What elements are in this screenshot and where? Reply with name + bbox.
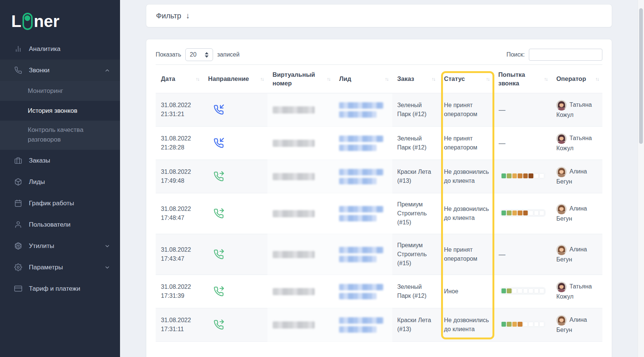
redacted-lead-line	[339, 284, 383, 290]
no-attempts-dash: —	[499, 106, 506, 114]
sort-icon: ↑↓	[595, 75, 599, 83]
lead-cell	[334, 136, 392, 151]
outgoing-call-icon	[213, 320, 264, 330]
lead-cell	[334, 247, 392, 262]
sidebar-item-billing[interactable]: Тариф и платежи	[0, 278, 120, 299]
call-attempt-cell: —	[493, 105, 551, 115]
order-cell: Зеленый Парк (#12)	[392, 282, 439, 300]
operator-cell: Алина Бегун	[551, 315, 602, 335]
redacted-virtual-number	[273, 321, 315, 329]
sidebar-item-monitoring[interactable]: Мониторинг	[0, 81, 120, 101]
column-header-operator[interactable]: Оператор↑↓	[551, 75, 602, 83]
sort-icon: ↑↓	[432, 75, 435, 83]
outgoing-call-icon	[213, 249, 264, 260]
filter-panel-toggle[interactable]: Фильтр ↓	[146, 4, 612, 27]
table-row[interactable]: 31.08.202217:31:11 Краски Лета (#13) Не …	[156, 308, 602, 342]
virtual-number-cell	[267, 251, 334, 258]
sidebar-item-call-history[interactable]: История звонков	[0, 101, 120, 121]
operator-avatar	[556, 167, 567, 177]
lead-cell	[334, 102, 392, 118]
column-header-lead[interactable]: Лид↑↓	[334, 75, 392, 83]
column-header-direction[interactable]: Направление↑↓	[203, 75, 267, 83]
redacted-lead-line	[339, 169, 383, 175]
order-cell: Зеленый Парк (#12)	[392, 134, 439, 152]
chevron-down-icon	[104, 264, 110, 270]
table-row[interactable]: 31.08.202217:43:47 Премиум Строитель (#1…	[156, 234, 602, 275]
table-row[interactable]: 31.08.202221:28:28 Зеленый Парк (#12) Не…	[156, 127, 602, 160]
incoming-call-icon	[213, 105, 264, 115]
call-attempt-cell	[493, 320, 551, 329]
status-cell: Не принят оператором	[439, 134, 493, 152]
page-scrollbar	[638, 0, 644, 357]
no-attempts-dash: —	[499, 251, 506, 258]
incoming-call-icon	[213, 138, 264, 148]
operator-cell: Алина Бегун	[551, 167, 602, 186]
status-cell: Не дозвонились до клиента	[439, 316, 493, 334]
table-controls: Показать 20 записей Поиск:	[146, 39, 612, 61]
table-header: Дата↑↓ Направление↑↓ Виртуальный номер↑↓…	[156, 65, 602, 93]
records-label: записей	[217, 51, 240, 58]
call-attempts-meter	[500, 287, 546, 295]
sidebar-item-calls[interactable]: Звонки	[0, 60, 120, 81]
sort-icon: ↑↓	[486, 75, 489, 83]
status-cell: Не дозвонились до клиента	[439, 167, 493, 185]
redacted-lead-line	[339, 136, 383, 142]
no-attempts-dash: —	[499, 139, 506, 147]
redacted-lead-line	[339, 256, 377, 262]
virtual-number-cell	[267, 106, 334, 114]
credit-card-icon	[14, 285, 23, 293]
redacted-lead-line	[339, 111, 377, 118]
operator-avatar	[556, 282, 567, 292]
call-direction-cell	[203, 105, 267, 115]
scrollbar-thumb[interactable]	[639, 8, 643, 144]
operator-cell: Алина Бегун	[551, 204, 602, 223]
redacted-lead-line	[339, 293, 377, 299]
redacted-virtual-number	[273, 173, 315, 180]
redacted-virtual-number	[273, 288, 315, 295]
column-header-status[interactable]: Статус↑↓	[439, 75, 493, 83]
call-history-card: Показать 20 записей Поиск: Дата↑↓ Направ…	[146, 39, 612, 357]
sort-icon: ↑↓	[544, 75, 547, 83]
sidebar-item-schedule[interactable]: График работы	[0, 193, 120, 214]
call-direction-cell	[203, 320, 267, 330]
column-header-date[interactable]: Дата↑↓	[156, 75, 203, 83]
order-cell: Зеленый Парк (#12)	[392, 101, 439, 119]
page-size-select[interactable]: 20	[185, 48, 213, 61]
call-attempt-cell: —	[493, 250, 551, 259]
table-row[interactable]: 31.08.202217:49:48 Краски Лета (#13) Не …	[156, 160, 602, 193]
column-header-order[interactable]: Заказ↑↓	[392, 75, 439, 83]
call-direction-cell	[203, 249, 267, 260]
table-row[interactable]: 31.08.202217:48:47 Премиум Строитель (#1…	[156, 193, 602, 234]
operator-avatar	[556, 100, 567, 111]
column-header-virtual-number[interactable]: Виртуальный номер↑↓	[267, 70, 334, 88]
operator-cell: Алина Бегун	[551, 245, 602, 264]
call-attempt-cell: —	[493, 139, 551, 148]
sidebar-item-quality-control[interactable]: Контроль качества разговоров	[0, 121, 120, 150]
order-cell: Премиум Строитель (#15)	[392, 200, 439, 227]
column-header-call-attempt[interactable]: Попытка звонка↑↓	[493, 70, 551, 88]
sidebar-item-analytics[interactable]: Аналитика	[0, 38, 120, 60]
sidebar-item-utilities[interactable]: Утилиты	[0, 235, 120, 257]
virtual-number-cell	[267, 140, 334, 147]
arrow-down-icon: ↓	[186, 11, 190, 20]
search-label: Поиск:	[506, 51, 525, 58]
operator-avatar	[556, 204, 567, 214]
sidebar: L ner Аналитика Звонки Мониторинг Истори…	[0, 0, 120, 357]
call-date-cell: 31.08.202217:31:39	[156, 282, 203, 300]
sidebar-item-users[interactable]: Пользователи	[0, 214, 120, 235]
call-date-cell: 31.08.202221:28:28	[156, 134, 203, 152]
table-row[interactable]: 31.08.202217:31:39 Зеленый Парк (#12) Ин…	[156, 275, 602, 308]
calendar-icon	[14, 199, 23, 207]
sidebar-item-leads[interactable]: Лиды	[0, 171, 120, 193]
sort-icon: ↑↓	[260, 75, 264, 83]
redacted-lead-line	[339, 206, 383, 212]
call-attempts-meter	[500, 209, 546, 217]
table-row[interactable]: 31.08.202221:31:21 Зеленый Парк (#12) Не…	[156, 93, 602, 127]
redacted-virtual-number	[273, 140, 315, 147]
main-content: Фильтр ↓ Показать 20 записей Поиск: Дата…	[120, 0, 644, 357]
order-cell: Краски Лета (#13)	[392, 167, 439, 185]
sidebar-item-orders[interactable]: Заказы	[0, 150, 120, 171]
operator-avatar	[556, 133, 567, 144]
sidebar-item-settings[interactable]: Параметры	[0, 257, 120, 278]
search-input[interactable]	[529, 49, 602, 61]
